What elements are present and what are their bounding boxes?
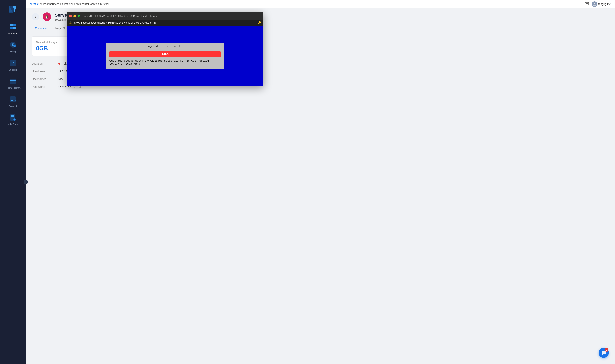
svg-rect-21 <box>11 116 14 116</box>
location-dot <box>58 63 60 65</box>
svg-rect-23 <box>11 117 13 118</box>
svg-text:✎: ✎ <box>14 118 15 121</box>
support-icon: ? <box>8 59 17 67</box>
progress-bar-container: 100% <box>106 49 224 57</box>
chrome-window-controls: ✕ − □ <box>69 15 80 17</box>
ip-label: IP Address: <box>32 70 58 73</box>
username-value: root <box>58 77 63 81</box>
referral-icon: ✕ <box>8 77 17 86</box>
sidebar-item-docs[interactable]: ✎ Vultr Docs <box>0 110 26 128</box>
products-icon <box>8 22 17 31</box>
progress-bar: 100% <box>110 51 221 57</box>
dialog-title-text: wget dd, please wait: <box>146 45 184 48</box>
terminal-line-1: wget dd, please wait: 17472913408 bytes … <box>110 59 221 62</box>
svg-rect-5 <box>10 27 13 29</box>
svg-point-35 <box>74 86 75 87</box>
novnc-window[interactable]: ✕ − □ noVNC - ID 8555a114-af48-4314-987e… <box>67 12 264 86</box>
chrome-window-title: noVNC - ID 8555a114-af48-4314-987e-27bcc… <box>84 15 157 17</box>
support-label: Support <box>9 69 17 71</box>
svg-text:↑: ↑ <box>14 45 15 47</box>
novnc-content[interactable]: wget dd, please wait: 100% wget dd, plea… <box>67 26 264 86</box>
location-label: Location: <box>32 62 58 65</box>
chrome-close-btn[interactable]: ✕ <box>69 15 72 17</box>
account-icon <box>8 95 17 104</box>
progress-percent: 100% <box>162 53 168 56</box>
sidebar-item-support[interactable]: ? Support <box>0 56 26 74</box>
debian-icon: 🐧 <box>42 12 52 21</box>
svg-rect-6 <box>13 27 16 29</box>
svg-text:✕: ✕ <box>12 81 14 83</box>
sidebar: Products $ ↑ Billing ? Support ✕ <box>0 0 26 182</box>
main-content: 🐧 Server I 198.13.46.89 Tokyo Add Tag + … <box>26 8 308 182</box>
url-path: /subs/vps/novnc/?id=8555a114-af48-4314-9… <box>87 21 156 24</box>
username-label: Username: <box>32 77 58 81</box>
dialog-line-left <box>110 46 146 46</box>
topbar: NEWS: Vultr announces its first cloud da… <box>26 0 308 8</box>
news-label: NEWS: <box>30 2 39 6</box>
chrome-url[interactable]: my.vultr.com/subs/vps/novnc/?id=8555a114… <box>74 21 256 24</box>
sidebar-item-account[interactable]: Account <box>0 92 26 110</box>
vultr-logo[interactable] <box>8 4 18 15</box>
referral-label: Referral Program <box>5 87 21 89</box>
chrome-addressbar: 🔒 my.vultr.com/subs/vps/novnc/?id=8555a1… <box>67 20 264 26</box>
svg-rect-4 <box>13 24 16 26</box>
password-label: Password: <box>32 85 58 89</box>
svg-rect-22 <box>11 117 14 117</box>
svg-rect-3 <box>10 24 13 26</box>
svg-rect-17 <box>11 98 15 98</box>
sidebar-item-referral[interactable]: ✕ Referral Program <box>0 74 26 92</box>
url-prefix: my.vultr.com <box>74 21 87 24</box>
svg-text:?: ? <box>12 61 14 65</box>
back-button[interactable] <box>32 13 39 20</box>
docs-icon: ✎ <box>8 113 17 122</box>
tab-overview[interactable]: Overview <box>32 25 50 32</box>
sidebar-item-products[interactable]: Products <box>0 19 26 38</box>
chrome-maximize-btn[interactable]: □ <box>78 15 80 17</box>
svg-rect-19 <box>11 100 13 101</box>
news-text: Vultr announces its first cloud data cen… <box>40 2 109 6</box>
lock-icon: 🔒 <box>69 22 72 24</box>
chrome-minimize-btn[interactable]: − <box>73 15 76 17</box>
terminal-output: wget dd, please wait: 17472913408 bytes … <box>106 57 224 69</box>
dialog-line-right <box>184 46 220 46</box>
sidebar-item-billing[interactable]: $ ↑ Billing <box>0 38 26 56</box>
chrome-titlebar: ✕ − □ noVNC - ID 8555a114-af48-4314-987e… <box>67 12 264 20</box>
terminal-line-2: 1071.7 s, 16.3 MB/s <box>110 62 221 65</box>
svg-text:🐧: 🐧 <box>45 15 49 19</box>
products-label: Products <box>8 32 17 35</box>
chrome-key-icon: 🔑 <box>258 21 261 24</box>
terminal-dialog-title: wget dd, please wait: <box>106 43 224 49</box>
billing-label: Billing <box>10 50 16 53</box>
svg-rect-18 <box>11 99 15 100</box>
billing-icon: $ ↑ <box>8 40 17 49</box>
terminal-dialog: wget dd, please wait: 100% wget dd, plea… <box>106 43 224 69</box>
docs-label: Vultr Docs <box>8 123 18 126</box>
account-label: Account <box>9 105 17 107</box>
